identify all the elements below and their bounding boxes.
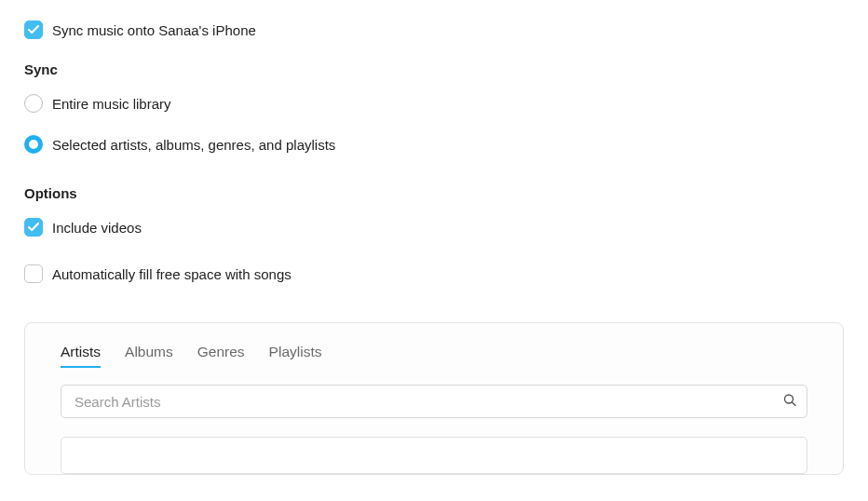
- auto-fill-row: Automatically fill free space with songs: [24, 264, 844, 283]
- check-icon: [28, 223, 39, 232]
- sync-entire-radio[interactable]: [24, 94, 43, 113]
- auto-fill-label: Automatically fill free space with songs: [52, 266, 292, 282]
- sync-master-row: Sync music onto Sanaa's iPhone: [24, 20, 844, 39]
- tab-genres[interactable]: Genres: [197, 344, 245, 368]
- search-wrap: [61, 385, 807, 418]
- sync-selected-row: Selected artists, albums, genres, and pl…: [24, 135, 844, 154]
- selection-panel: Artists Albums Genres Playlists: [24, 322, 844, 475]
- tab-albums[interactable]: Albums: [125, 344, 173, 368]
- include-videos-label: Include videos: [52, 220, 142, 236]
- options-heading: Options: [24, 185, 844, 201]
- results-list[interactable]: [61, 437, 807, 474]
- tab-playlists[interactable]: Playlists: [269, 344, 322, 368]
- sync-entire-label: Entire music library: [52, 96, 171, 112]
- sync-master-checkbox[interactable]: [24, 20, 43, 39]
- sync-master-label: Sync music onto Sanaa's iPhone: [52, 22, 256, 38]
- check-icon: [28, 25, 39, 34]
- sync-selected-radio[interactable]: [24, 135, 43, 154]
- tabs: Artists Albums Genres Playlists: [61, 344, 807, 368]
- include-videos-checkbox[interactable]: [24, 218, 43, 237]
- tab-artists[interactable]: Artists: [61, 344, 101, 368]
- search-input[interactable]: [61, 385, 807, 418]
- sync-selected-label: Selected artists, albums, genres, and pl…: [52, 137, 335, 153]
- sync-entire-row: Entire music library: [24, 94, 844, 113]
- include-videos-row: Include videos: [24, 218, 844, 237]
- auto-fill-checkbox[interactable]: [24, 264, 43, 283]
- music-sync-settings: Sync music onto Sanaa's iPhone Sync Enti…: [0, 0, 868, 475]
- sync-heading: Sync: [24, 61, 844, 77]
